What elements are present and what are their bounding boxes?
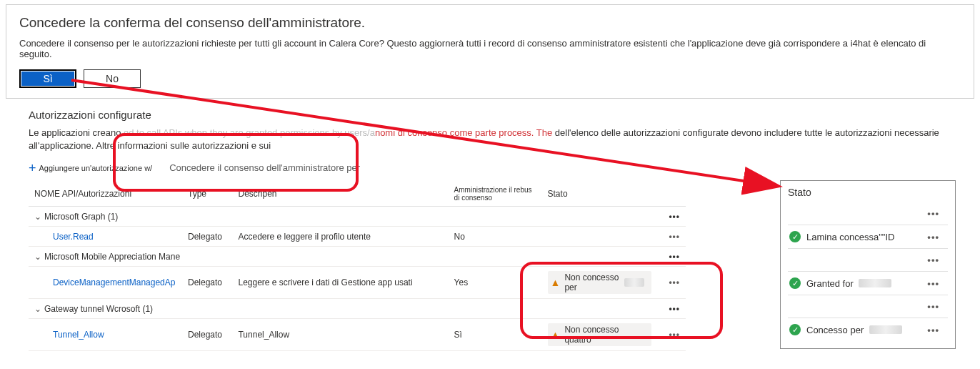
check-icon: ✓: [789, 231, 801, 242]
permissions-table: NOME API/Autorizzazioni Type Descripen A…: [29, 182, 686, 351]
status-row: •••: [788, 295, 948, 318]
cell-status: [542, 227, 657, 247]
cell-desc: Accedere e leggere il profilo utente: [232, 227, 448, 247]
row-menu-button[interactable]: •••: [657, 207, 686, 227]
col-desc: Descripen: [232, 182, 448, 207]
add-permission-button[interactable]: + Aggiungere un'autorizzazione w/: [29, 163, 152, 173]
cell-type: Delegato: [182, 267, 233, 299]
status-row: •••: [788, 202, 948, 225]
warning-icon: ▲: [551, 277, 561, 288]
add-permission-label: Aggiungere un'autorizzazione w/: [39, 164, 153, 172]
status-card-title: Stato: [788, 187, 948, 198]
group-label: Microsoft Mobile Appreciation Mane: [44, 252, 180, 262]
group-label: Microsoft Graph (1): [44, 212, 118, 222]
chevron-down-icon: ⌄: [34, 252, 41, 262]
cell-admin: Yes: [449, 267, 542, 299]
table-group-row[interactable]: ⌄Microsoft Graph (1) •••: [29, 207, 686, 227]
status-row: ✓Concesso per •••: [788, 318, 948, 341]
dialog-title: Concedere la conferma del consenso dell'…: [19, 15, 961, 31]
warning-icon: ▲: [551, 329, 561, 340]
permission-link[interactable]: User.Read: [34, 232, 94, 242]
cell-status: ▲ Non concesso quattro: [542, 319, 657, 351]
confirm-dialog: Concedere la conferma del consenso dell'…: [6, 4, 974, 99]
status-row: •••: [788, 249, 948, 272]
col-actions: [657, 182, 686, 207]
dialog-buttons: Sì No: [19, 69, 961, 88]
status-text: Granted for: [806, 278, 854, 289]
yes-button[interactable]: Sì: [19, 69, 76, 88]
no-button[interactable]: No: [84, 69, 141, 88]
table-group-row[interactable]: ⌄Gateway tunnel Wcrosoft (1) •••: [29, 299, 686, 319]
row-menu-button[interactable]: •••: [657, 227, 686, 247]
plus-icon: +: [29, 163, 36, 173]
status-badge: ▲ Non concesso quattro: [548, 323, 651, 346]
redacted: [624, 278, 644, 287]
status-text: Lamina concessa""ID: [806, 232, 894, 242]
section-title: Autorizzazioni configurate: [29, 109, 951, 121]
col-admin: Amministrazione il rebus di consenso: [449, 182, 542, 207]
row-menu-button[interactable]: •••: [657, 267, 686, 299]
status-text: Non concesso per: [564, 272, 620, 292]
row-menu-button[interactable]: •••: [927, 232, 946, 242]
col-status: Stato: [542, 182, 657, 207]
check-icon: ✓: [789, 324, 801, 335]
chevron-down-icon: ⌄: [34, 304, 41, 314]
status-result-card: Stato ••• ✓Lamina concessa""ID ••• ••• ✓…: [780, 180, 956, 349]
section-description: Le applicazioni creano ed to call APIs w…: [29, 127, 951, 152]
redacted: [859, 279, 891, 287]
chevron-down-icon: ⌄: [34, 212, 41, 222]
status-row: ✓Lamina concessa""ID •••: [788, 225, 948, 249]
table-row: DeviceManagementManagedAp Delegato Legge…: [29, 267, 686, 299]
col-type: Type: [182, 182, 233, 207]
cell-type: Delegato: [182, 319, 233, 351]
table-group-row[interactable]: ⌄Microsoft Mobile Appreciation Mane •••: [29, 247, 686, 267]
desc-text-pre: Le applicazioni creano: [29, 127, 124, 138]
dialog-text: Concedere il consenso per le autorizzazi…: [19, 38, 961, 59]
group-label: Gateway tunnel Wcrosoft (1): [44, 304, 153, 314]
redacted: [869, 325, 902, 334]
cell-desc: Leggere e scrivere i dati di Gestione ap…: [232, 267, 448, 299]
status-text: Non concesso quattro: [564, 325, 644, 345]
status-text: Concesso per: [806, 325, 864, 335]
cell-type: Delegato: [182, 227, 233, 247]
grant-admin-consent-button[interactable]: Concedere il consenso dell'amministrator…: [165, 161, 364, 174]
row-menu-button[interactable]: •••: [657, 299, 686, 319]
row-menu-button[interactable]: •••: [927, 255, 946, 265]
status-badge: ▲ Non concesso per: [548, 271, 651, 294]
cell-status: ▲ Non concesso per: [542, 267, 657, 299]
row-menu-button[interactable]: •••: [927, 208, 946, 219]
row-menu-button[interactable]: •••: [927, 301, 946, 312]
status-row: ✓Granted for •••: [788, 272, 948, 295]
col-name: NOME API/Autorizzazioni: [29, 182, 182, 207]
row-menu-button[interactable]: •••: [657, 247, 686, 267]
permission-link[interactable]: DeviceManagementManagedAp: [34, 277, 175, 287]
cell-desc: Tunnel_Allow: [232, 319, 448, 351]
table-row: User.Read Delegato Accedere e leggere il…: [29, 227, 686, 247]
desc-text-faded: ed to call APIs when they are granted pe…: [124, 127, 375, 138]
cell-admin: Sì: [449, 319, 542, 351]
row-menu-button[interactable]: •••: [657, 319, 686, 351]
permission-link[interactable]: Tunnel_Allow: [34, 330, 104, 340]
cell-admin: No: [449, 227, 542, 247]
row-menu-button[interactable]: •••: [927, 325, 946, 335]
table-row: Tunnel_Allow Delegato Tunnel_Allow Sì ▲ …: [29, 319, 686, 351]
check-icon: ✓: [789, 277, 801, 289]
desc-text-red: nomi di consenso come parte process. The: [375, 127, 555, 138]
toolbar: + Aggiungere un'autorizzazione w/ Conced…: [29, 161, 951, 174]
row-menu-button[interactable]: •••: [927, 278, 946, 289]
